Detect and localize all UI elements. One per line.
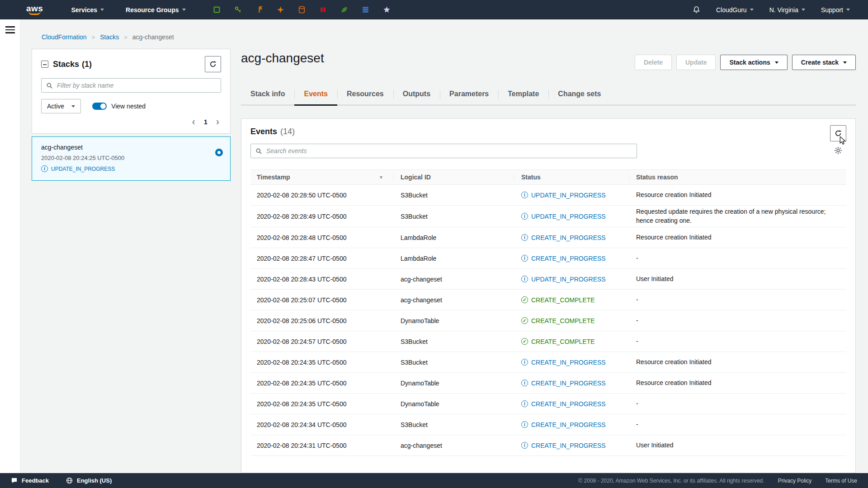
breadcrumb-current: acg-changeset: [132, 33, 174, 41]
language-selector[interactable]: English (US): [66, 477, 112, 484]
tab-parameters[interactable]: Parameters: [440, 84, 498, 105]
star-service-icon[interactable]: [383, 6, 391, 14]
status-in-progress-icon: i: [521, 380, 528, 386]
event-row: 2020-02-08 20:24:57 UTC-0500 S3Bucket ✓ …: [250, 331, 846, 352]
stack-actions-button[interactable]: Stack actions: [720, 55, 787, 70]
event-logical-id: S3Bucket: [401, 192, 428, 199]
search-icon: [255, 148, 262, 155]
event-row: 2020-02-08 20:28:47 UTC-0500 LambdaRole …: [250, 248, 846, 269]
refresh-events-button[interactable]: [830, 125, 846, 141]
stack-filter-input[interactable]: [57, 82, 216, 89]
sort-descending-icon[interactable]: ▼: [379, 175, 383, 180]
update-button[interactable]: Update: [676, 55, 716, 70]
notifications-bell-icon[interactable]: [693, 6, 700, 14]
stack-card-status: UPDATE_IN_PROGRESS: [51, 166, 115, 172]
view-nested-toggle[interactable]: [92, 103, 107, 110]
event-status: i UPDATE_IN_PROGRESS: [521, 276, 629, 283]
status-label: UPDATE_IN_PROGRESS: [531, 276, 606, 283]
event-row: 2020-02-08 20:24:35 UTC-0500 S3Bucket i …: [250, 352, 846, 373]
chevron-down-icon: [182, 9, 186, 11]
services-menu[interactable]: Services: [71, 6, 104, 14]
event-logical-id: DynamoTable: [401, 380, 439, 387]
green-leaf-service-icon[interactable]: [340, 6, 348, 14]
breadcrumb-stacks[interactable]: Stacks: [100, 33, 119, 41]
events-panel: Events (14) Timestamp ▼ Logical ID Statu…: [241, 118, 856, 473]
orange-burst-service-icon[interactable]: [277, 6, 284, 14]
table-settings-gear-icon[interactable]: [834, 146, 842, 155]
page-number[interactable]: 1: [204, 118, 208, 126]
aws-logo[interactable]: aws: [26, 5, 43, 15]
support-menu[interactable]: Support: [821, 6, 850, 14]
globe-icon: [66, 477, 73, 484]
event-timestamp: 2020-02-08 20:28:49 UTC-0500: [257, 213, 346, 220]
delete-button[interactable]: Delete: [635, 55, 672, 70]
status-in-progress-icon: i: [41, 165, 48, 172]
region-menu[interactable]: N. Virginia: [769, 6, 805, 14]
tab-stack-info[interactable]: Stack info: [241, 84, 294, 105]
stacks-count: (1): [82, 60, 92, 69]
green-box-service-icon[interactable]: [213, 6, 221, 14]
tab-outputs[interactable]: Outputs: [393, 84, 440, 105]
nav-right-group: CloudGuru N. Virginia Support: [693, 6, 850, 14]
event-row: 2020-02-08 20:24:34 UTC-0500 S3Bucket i …: [250, 414, 846, 435]
status-in-progress-icon: i: [521, 421, 528, 428]
tab-change-sets[interactable]: Change sets: [548, 84, 610, 105]
event-status-reason: Requested update requires the creation o…: [636, 208, 826, 224]
event-logical-id: S3Bucket: [401, 338, 428, 345]
event-status: i CREATE_IN_PROGRESS: [521, 234, 629, 241]
stack-selected-radio[interactable]: [215, 149, 223, 156]
column-header-timestamp[interactable]: Timestamp: [257, 174, 290, 181]
breadcrumb-cloudformation[interactable]: CloudFormation: [42, 33, 87, 41]
language-label: English (US): [77, 477, 112, 484]
status-label: CREATE_COMPLETE: [531, 338, 595, 345]
event-row: 2020-02-08 20:28:49 UTC-0500 S3Bucket i …: [250, 206, 846, 227]
event-timestamp: 2020-02-08 20:24:57 UTC-0500: [257, 338, 346, 345]
resource-groups-menu[interactable]: Resource Groups: [126, 6, 185, 14]
blue-layers-service-icon[interactable]: [362, 6, 369, 14]
status-label: UPDATE_IN_PROGRESS: [531, 213, 606, 220]
database-service-icon[interactable]: [298, 6, 306, 14]
event-logical-id: LambdaRole: [401, 255, 436, 262]
status-label: CREATE_COMPLETE: [531, 317, 595, 324]
breadcrumb: CloudFormation > Stacks > acg-changeset: [42, 33, 174, 41]
red-service-icon[interactable]: [319, 6, 327, 14]
create-stack-button[interactable]: Create stack: [792, 55, 856, 70]
event-timestamp: 2020-02-08 20:28:48 UTC-0500: [257, 234, 346, 241]
view-nested-label: View nested: [111, 103, 146, 110]
tab-events[interactable]: Events: [294, 84, 337, 105]
feedback-button[interactable]: Feedback: [11, 477, 49, 484]
tab-template[interactable]: Template: [498, 84, 548, 105]
column-header-status-reason[interactable]: Status reason: [636, 174, 678, 181]
status-in-progress-icon: i: [521, 359, 528, 366]
event-status: i CREATE_IN_PROGRESS: [521, 421, 629, 428]
previous-page-icon[interactable]: ‹: [192, 117, 195, 127]
next-page-icon[interactable]: ›: [216, 117, 219, 127]
status-label: CREATE_IN_PROGRESS: [531, 380, 606, 387]
privacy-policy-link[interactable]: Privacy Policy: [778, 478, 812, 484]
key-service-icon[interactable]: [234, 6, 242, 14]
column-header-logical-id[interactable]: Logical ID: [401, 174, 431, 181]
orange-pipeline-service-icon[interactable]: [255, 6, 263, 14]
aws-smile-icon: [28, 11, 41, 15]
chevron-down-icon: [843, 61, 847, 64]
hamburger-menu-icon[interactable]: [5, 26, 15, 35]
event-status: i UPDATE_IN_PROGRESS: [521, 192, 629, 199]
refresh-stacks-button[interactable]: [205, 56, 221, 72]
event-status: ✓ CREATE_COMPLETE: [521, 338, 629, 345]
account-menu[interactable]: CloudGuru: [716, 6, 754, 14]
event-status-reason: -: [636, 254, 638, 262]
status-label: CREATE_IN_PROGRESS: [531, 359, 606, 366]
events-search-input[interactable]: [266, 147, 632, 155]
stack-card-acg-changeset[interactable]: acg-changeset 2020-02-08 20:24:25 UTC-05…: [32, 136, 231, 181]
event-status-reason: Resource creation Initiated: [636, 358, 712, 366]
refresh-icon: [209, 61, 217, 68]
event-logical-id: DynamoTable: [401, 400, 439, 408]
stack-status-filter-select[interactable]: Active: [41, 99, 81, 113]
status-in-progress-icon: i: [521, 234, 528, 241]
chevron-down-icon: [802, 9, 805, 11]
terms-of-use-link[interactable]: Terms of Use: [825, 478, 857, 484]
status-complete-icon: ✓: [521, 296, 528, 303]
tab-resources[interactable]: Resources: [337, 84, 393, 105]
column-header-status[interactable]: Status: [521, 174, 541, 181]
collapse-panel-icon[interactable]: [41, 61, 48, 68]
